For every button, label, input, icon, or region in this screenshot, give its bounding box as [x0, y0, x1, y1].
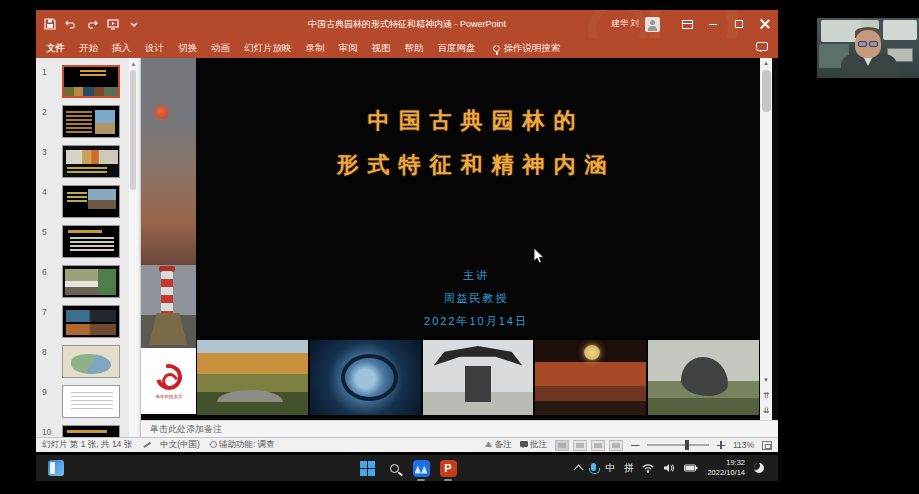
zoom-out-button[interactable] — [631, 441, 639, 449]
slide-left-image-column[interactable]: 老年科技大学 — [141, 58, 196, 420]
tab-home[interactable]: 开始 — [79, 42, 98, 55]
focus-assist-moon-icon[interactable] — [754, 463, 764, 473]
account-name[interactable]: 建华 刘 — [611, 18, 639, 30]
presentation-date[interactable]: 2022年10月14日 — [196, 314, 756, 329]
normal-view-button[interactable] — [555, 440, 569, 451]
previous-slide-icon[interactable] — [760, 390, 772, 402]
slide-thumbnail-10[interactable] — [62, 425, 120, 437]
restore-button[interactable] — [726, 10, 752, 38]
battery-icon[interactable] — [684, 464, 698, 472]
slide-counter: 幻灯片 第 1 张, 共 14 张 — [42, 439, 132, 451]
slide-thumbnail-8[interactable] — [62, 345, 120, 378]
save-icon[interactable] — [44, 18, 56, 30]
tab-baidu-netdisk[interactable]: 百度网盘 — [438, 42, 476, 55]
tab-review[interactable]: 审阅 — [339, 42, 358, 55]
slide-thumbnail-6[interactable] — [62, 265, 120, 298]
scrollbar-thumb[interactable] — [762, 70, 771, 112]
thumbnail-pane-scrollbar[interactable] — [129, 58, 138, 437]
view-switcher — [555, 440, 623, 451]
slide-canvas[interactable]: 老年科技大学 中国古典园林的 形式特征和精神内涵 主讲 周益民教授 2022年1… — [141, 58, 760, 420]
scroll-up-icon[interactable] — [130, 60, 137, 68]
zoom-slider[interactable] — [647, 444, 709, 446]
fit-to-window-button[interactable] — [762, 441, 772, 450]
tray-overflow-chevron-icon[interactable] — [574, 465, 584, 475]
tab-insert[interactable]: 插入 — [112, 42, 131, 55]
presenter-name[interactable]: 周益民教授 — [196, 291, 756, 306]
tab-slideshow[interactable]: 幻灯片放映 — [244, 42, 292, 55]
comments-icon[interactable] — [756, 42, 768, 51]
slide-number: 4 — [42, 187, 56, 197]
meeting-app-icon[interactable] — [412, 459, 430, 477]
speaker-icon[interactable] — [663, 463, 675, 473]
scroll-up-icon[interactable] — [760, 58, 772, 69]
scroll-down-icon[interactable] — [760, 375, 772, 386]
slide-thumbnail-pane: 1 2 3 4 5 6 7 8 9 10 — [36, 58, 141, 437]
status-bar: 幻灯片 第 1 张, 共 14 张 中文(中国) 辅助功能: 调查 备注 批注 … — [36, 437, 778, 452]
ribbon-display-options-button[interactable] — [674, 10, 700, 38]
tab-file[interactable]: 文件 — [46, 42, 65, 55]
wifi-icon[interactable] — [642, 463, 654, 473]
reading-view-button[interactable] — [591, 440, 605, 451]
search-icon[interactable] — [385, 459, 403, 477]
notes-pane[interactable]: 单击此处添加备注 — [141, 420, 778, 437]
tab-view[interactable]: 视图 — [372, 42, 391, 55]
slideshow-view-button[interactable] — [609, 440, 623, 451]
redo-icon[interactable] — [86, 18, 98, 30]
tab-design[interactable]: 设计 — [145, 42, 164, 55]
slide-thumbnail-1[interactable] — [62, 65, 120, 98]
photo-lantern-room-autumn-view[interactable] — [535, 340, 646, 415]
notes-toggle[interactable]: 备注 — [485, 439, 511, 451]
photo-moon-gate-pond-night[interactable] — [310, 340, 421, 415]
minimize-button[interactable] — [700, 10, 726, 38]
photo-autumn-garden-bridge[interactable] — [197, 340, 308, 415]
language-indicator[interactable]: 中文(中国) — [160, 439, 200, 451]
accessibility-status[interactable]: 辅助功能: 调查 — [210, 439, 275, 451]
slide-title-line2[interactable]: 形式特征和精神内涵 — [196, 150, 756, 180]
notes-placeholder[interactable]: 单击此处添加备注 — [150, 423, 222, 436]
zoom-in-button[interactable] — [717, 441, 725, 449]
slide-thumbnail-2[interactable] — [62, 105, 120, 138]
tell-me-search[interactable]: 操作说明搜索 — [493, 42, 561, 55]
search-bulb-icon — [493, 45, 500, 52]
undo-icon[interactable] — [65, 18, 77, 30]
slide-number: 3 — [42, 147, 56, 157]
slide-thumbnail-5[interactable] — [62, 225, 120, 258]
lighthouse-photo[interactable] — [141, 265, 196, 348]
ime-language-indicator[interactable]: 中 — [605, 462, 615, 475]
tab-transitions[interactable]: 切换 — [178, 42, 197, 55]
presenter-webcam-video[interactable] — [817, 18, 919, 78]
tab-animations[interactable]: 动画 — [211, 42, 230, 55]
zoom-slider-thumb[interactable] — [685, 440, 689, 450]
slide-thumbnail-7[interactable] — [62, 305, 120, 338]
next-slide-icon[interactable] — [760, 405, 772, 417]
sunset-photo[interactable] — [141, 58, 196, 265]
tab-record[interactable]: 录制 — [306, 42, 325, 55]
tab-help[interactable]: 帮助 — [405, 42, 424, 55]
start-button[interactable] — [358, 459, 376, 477]
presenter-glasses — [857, 41, 879, 47]
presenter-label[interactable]: 主讲 — [196, 268, 756, 283]
sun-shape — [155, 106, 168, 119]
widgets-icon[interactable] — [48, 460, 64, 476]
ime-mode-indicator[interactable]: 拼 — [624, 462, 634, 475]
logo-caption: 老年科技大学 — [155, 393, 182, 398]
slide-title-line1[interactable]: 中国古典园林的 — [196, 106, 756, 136]
zoom-level[interactable]: 113% — [733, 440, 754, 450]
start-slideshow-icon[interactable] — [107, 18, 119, 30]
school-logo[interactable]: 老年科技大学 — [141, 348, 196, 414]
slide-thumbnail-9[interactable] — [62, 385, 120, 418]
slide-thumbnail-3[interactable] — [62, 145, 120, 178]
photo-pavilion-upturned-eaves[interactable] — [423, 340, 534, 415]
spell-check-icon[interactable] — [142, 441, 150, 449]
close-button[interactable] — [752, 10, 778, 38]
slide-scrollbar[interactable] — [760, 58, 772, 420]
microphone-icon[interactable] — [591, 463, 596, 471]
photo-abstract-sculpture-park[interactable] — [648, 340, 759, 415]
powerpoint-taskbar-icon[interactable]: P — [439, 459, 457, 477]
account-avatar[interactable] — [645, 17, 660, 32]
comments-toggle[interactable]: 批注 — [520, 439, 547, 451]
customize-qat-icon[interactable] — [128, 18, 140, 30]
slide-sorter-view-button[interactable] — [573, 440, 587, 451]
taskbar-clock[interactable]: 19:32 2022/10/14 — [707, 458, 745, 478]
slide-thumbnail-4[interactable] — [62, 185, 120, 218]
